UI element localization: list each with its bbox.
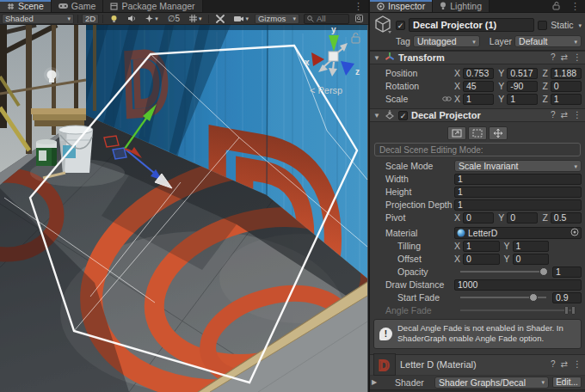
light-gizmo[interactable] <box>44 67 59 83</box>
tab-scene[interactable]: Scene <box>0 0 52 12</box>
shader-dropdown[interactable]: Shader Graphs/Decal▾ <box>434 377 549 389</box>
gizmos-dropdown[interactable]: Gizmos ▾ <box>255 14 299 24</box>
crop-edit-mode-button[interactable] <box>468 126 487 140</box>
rotation-z-field[interactable]: 0 <box>551 81 582 92</box>
tag-dropdown[interactable]: Untagged▾ <box>413 35 480 47</box>
tiling-label: Tilling <box>372 241 454 251</box>
menu-icon[interactable]: ⋮ <box>573 53 582 62</box>
pivot-edit-mode-button[interactable] <box>489 126 508 140</box>
help-icon[interactable]: ? <box>551 360 556 369</box>
foldout-icon[interactable]: ▼ <box>373 54 381 62</box>
unity-editor-window: Scene Game Package Manager ⋮ Shaded ▾ <box>0 0 585 392</box>
rotation-y-field[interactable]: -90 <box>507 81 538 92</box>
decal-projector-header[interactable]: ▼ ✓ Decal Projector ? ⇄ ⋮ <box>370 108 585 122</box>
scale-link-icon[interactable] <box>442 94 454 104</box>
tools-toggle[interactable] <box>212 14 228 24</box>
opacity-slider[interactable] <box>460 267 546 276</box>
height-field[interactable]: 1 <box>454 187 582 198</box>
inspector-lock-icon[interactable] <box>547 0 565 12</box>
shading-mode-label: Shaded <box>5 14 65 23</box>
gameobject-enabled-checkbox[interactable]: ✓ <box>396 21 405 30</box>
tiling-x-field[interactable]: 1 <box>463 241 499 252</box>
tiling-y-field[interactable]: 1 <box>513 241 549 252</box>
camera-dropdown[interactable]: ▾ <box>231 14 252 24</box>
foldout-icon[interactable]: ▶ <box>372 378 379 386</box>
presets-icon[interactable]: ⇄ <box>561 360 568 369</box>
bulb-icon <box>110 15 118 23</box>
scene-toolbar: Shaded ▾ 2D ▾ ∅5 ▾ <box>0 13 368 25</box>
object-picker-icon[interactable] <box>570 228 579 238</box>
perspective-label[interactable]: < Persp <box>310 85 342 95</box>
menu-icon[interactable]: ⋮ <box>573 111 582 119</box>
static-dropdown-icon[interactable]: ▾ <box>578 22 582 28</box>
scale-mode-dropdown[interactable]: Scale Invariant▾ <box>454 160 582 172</box>
2d-toggle[interactable]: 2D <box>82 14 99 24</box>
tab-lighting[interactable]: Lighting <box>433 0 490 12</box>
scene-search-input[interactable]: All <box>304 14 349 24</box>
tab-game-label: Game <box>71 1 96 11</box>
scale-y-field[interactable]: 1 <box>507 94 538 105</box>
hidden-objects-toggle[interactable]: ∅5 <box>164 14 183 24</box>
presets-icon[interactable]: ⇄ <box>561 111 568 119</box>
opacity-field[interactable]: 1 <box>552 266 582 278</box>
chevron-down-icon: ▾ <box>199 15 202 21</box>
width-field[interactable]: 1 <box>454 174 582 185</box>
pivot-x-field[interactable]: 0 <box>463 212 494 224</box>
shader-row: ▶ Shader Shader Graphs/Decal▾ Edit... <box>370 376 585 389</box>
effects-dropdown[interactable]: ▾ <box>142 14 162 24</box>
help-icon[interactable]: ? <box>551 111 556 119</box>
offset-x-field[interactable]: 0 <box>463 254 499 265</box>
scene-viewport[interactable]: D D <box>0 25 368 392</box>
opacity-label: Opacity <box>372 266 454 277</box>
lighting-toggle[interactable] <box>107 14 121 24</box>
tab-game[interactable]: Game <box>52 0 104 12</box>
tab-package-manager[interactable]: Package Manager <box>103 0 202 12</box>
scene-tab-menu-icon[interactable]: ⋮ <box>348 0 368 12</box>
inspector-menu-icon[interactable]: ⋮ <box>565 0 585 12</box>
layer-dropdown[interactable]: Default▾ <box>514 35 582 47</box>
help-icon[interactable]: ? <box>551 53 556 62</box>
shading-mode-dropdown[interactable]: Shaded ▾ <box>2 14 74 24</box>
material-label: Material <box>372 228 454 238</box>
decal-enabled-checkbox[interactable]: ✓ <box>398 111 408 120</box>
pivot-z-field[interactable]: 0.5 <box>551 212 582 224</box>
offset-y-field[interactable]: 0 <box>513 254 549 265</box>
audio-toggle[interactable] <box>124 14 139 24</box>
gameobject-name-field[interactable]: Decal Projector (1) <box>409 18 534 32</box>
position-label: Position <box>372 68 454 78</box>
package-icon <box>110 3 118 10</box>
static-checkbox[interactable] <box>538 21 547 30</box>
position-z-field[interactable]: 1.188 <box>551 68 582 79</box>
position-y-field[interactable]: 0.517 <box>507 68 538 79</box>
presets-icon[interactable]: ⇄ <box>561 53 568 62</box>
material-preview-header[interactable]: D Letter D (Material) ? ⇄ ⋮ <box>370 354 585 376</box>
transform-header[interactable]: ▼ Transform ? ⇄ ⋮ <box>370 51 585 64</box>
static-label: Static <box>551 20 573 30</box>
scale-edit-mode-button[interactable] <box>447 126 466 140</box>
menu-icon[interactable]: ⋮ <box>573 360 582 369</box>
rotation-x-field[interactable]: 45 <box>463 81 494 92</box>
tab-inspector[interactable]: Inspector <box>370 0 433 12</box>
start-fade-field[interactable]: 0.9 <box>552 292 582 303</box>
pivot-y-field[interactable]: 0 <box>507 212 538 224</box>
warning-text: Decal Angle Fade is not enabled in Shade… <box>397 323 576 345</box>
transform-body: Position X0.753 Y0.517 Z1.188 Rotation X… <box>370 64 585 108</box>
draw-distance-field[interactable]: 1000 <box>454 279 582 291</box>
decal-projector-body: Decal Scene Editing Mode: Scale Mode Sca… <box>370 122 585 354</box>
start-fade-label: Start Fade <box>372 292 454 303</box>
paint-can <box>36 139 57 166</box>
projection-depth-field[interactable]: 1 <box>454 199 582 211</box>
foldout-icon[interactable]: ▼ <box>373 112 381 119</box>
start-fade-slider[interactable] <box>460 293 546 302</box>
grid-snap-dropdown[interactable]: ▾ <box>186 14 206 24</box>
decal-projector-title: Decal Projector <box>411 110 547 120</box>
search-panel-icon[interactable] <box>352 14 366 24</box>
transform-title: Transform <box>398 52 547 63</box>
tag-label: Tag <box>396 36 410 46</box>
scale-z-field[interactable]: 1 <box>551 94 582 105</box>
position-x-field[interactable]: 0.753 <box>463 68 494 79</box>
material-object-field[interactable]: LetterD <box>454 227 582 239</box>
scale-x-field[interactable]: 1 <box>463 94 494 105</box>
projection-depth-row: Projection Depth 1 <box>372 199 582 211</box>
shader-edit-button[interactable]: Edit... <box>552 377 582 388</box>
